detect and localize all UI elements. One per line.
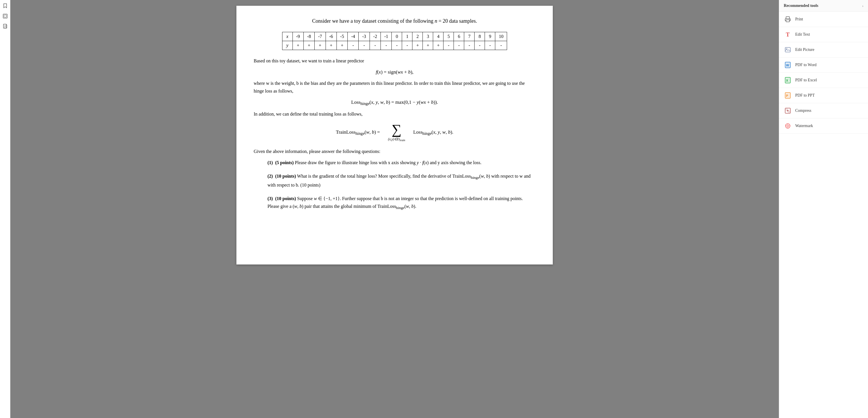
- pdf-page: Consider we have a toy dataset consistin…: [237, 6, 553, 264]
- trainloss-right: Losshinge(x, y, w, b).: [413, 128, 454, 137]
- document-icon[interactable]: [2, 23, 9, 30]
- svg-text:X: X: [786, 79, 788, 82]
- svg-rect-22: [788, 111, 789, 112]
- para4: Given the above information, please answ…: [254, 148, 535, 155]
- svg-rect-7: [786, 20, 789, 22]
- svg-point-8: [789, 19, 790, 20]
- compress-icon: [784, 107, 792, 115]
- intro-para: Based on this toy dataset, we want to tr…: [254, 57, 535, 65]
- pdf-to-excel-tool[interactable]: X PDF to Excel: [779, 73, 868, 88]
- svg-rect-9: [785, 47, 790, 52]
- formula-fx: f(x) = sign(wx + b),: [254, 68, 535, 76]
- svg-rect-21: [786, 109, 787, 110]
- svg-text:P: P: [786, 94, 788, 97]
- left-sidebar: [0, 0, 10, 418]
- chevron-right-icon[interactable]: ›: [862, 4, 863, 8]
- edit-picture-tool[interactable]: Edit Picture: [779, 42, 868, 58]
- watermark-tool[interactable]: Watermark: [779, 119, 868, 134]
- pdf-to-excel-icon: X: [784, 76, 792, 84]
- svg-rect-2: [3, 24, 6, 28]
- question-1: (1) (5 points) Please draw the figure to…: [268, 159, 535, 166]
- pdf-to-ppt-label: PDF to PPT: [795, 93, 815, 98]
- right-panel: Recommended tools › Print T Edit Text: [779, 0, 868, 418]
- edit-text-tool[interactable]: T Edit Text: [779, 27, 868, 42]
- svg-text:W: W: [786, 64, 789, 67]
- edit-text-label: Edit Text: [795, 32, 810, 37]
- svg-rect-6: [786, 17, 789, 19]
- edit-picture-label: Edit Picture: [795, 47, 814, 52]
- pdf-to-ppt-tool[interactable]: P PDF to PPT: [779, 88, 868, 103]
- formula-loss: Losshinge(x, y, w, b) = max(0,1 − y(wx +…: [254, 98, 535, 107]
- bookmark-icon[interactable]: [2, 2, 9, 9]
- pdf-body: Based on this toy dataset, we want to tr…: [254, 57, 535, 211]
- compress-label: Compress: [795, 108, 811, 113]
- sigma-symbol: ∑ (x,y)∈Dtrain: [388, 123, 405, 142]
- pdf-to-ppt-icon: P: [784, 91, 792, 99]
- pdf-to-excel-label: PDF to Excel: [795, 78, 817, 83]
- layers-icon[interactable]: [2, 13, 9, 20]
- para3: In addition, we can define the total tra…: [254, 110, 535, 118]
- para2: where w is the weight, b is the bias and…: [254, 79, 535, 95]
- right-panel-header: Recommended tools ›: [779, 0, 868, 12]
- compress-tool[interactable]: Compress: [779, 103, 868, 119]
- watermark-label: Watermark: [795, 124, 813, 128]
- pdf-title: Consider we have a toy dataset consistin…: [254, 17, 535, 25]
- print-tool[interactable]: Print: [779, 12, 868, 27]
- pdf-to-word-tool[interactable]: W PDF to Word: [779, 58, 868, 73]
- pdf-to-word-icon: W: [784, 61, 792, 69]
- edit-text-icon: T: [784, 30, 792, 38]
- edit-picture-icon: [784, 46, 792, 54]
- recommended-tools-label: Recommended tools: [784, 3, 818, 8]
- print-label: Print: [795, 17, 803, 22]
- formula-trainloss: TrainLosshinge(w, b) = ∑ (x,y)∈Dtrain Lo…: [254, 123, 535, 142]
- main-area: Consider we have a toy dataset consistin…: [10, 0, 779, 418]
- pdf-to-word-label: PDF to Word: [795, 63, 816, 67]
- svg-rect-1: [4, 15, 6, 17]
- print-icon: [784, 15, 792, 23]
- svg-rect-0: [3, 14, 7, 18]
- watermark-icon: [784, 122, 792, 130]
- question-3: (3) (10 points) Suppose w ∈ {−1, +1}. Fu…: [268, 195, 535, 211]
- trainloss-left: TrainLosshinge(w, b) =: [336, 128, 380, 137]
- data-table: x -9-8-7-6-5 -4-3-2-10 12345 678910 y ++…: [282, 32, 507, 50]
- question-2: (2) (10 points) What is the gradient of …: [268, 172, 535, 189]
